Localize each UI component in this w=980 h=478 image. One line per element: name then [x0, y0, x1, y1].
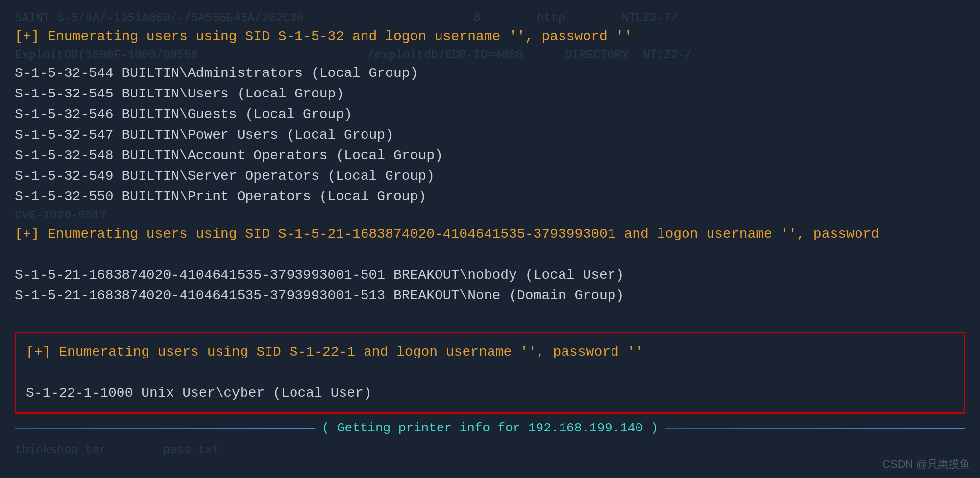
sep-text: ( Getting printer info for 192.168.199.1…: [315, 419, 666, 438]
empty-4: [15, 458, 965, 478]
enum-line-1: [+] Enumerating users using SID S-1-5-32…: [15, 26, 965, 47]
sid-547-line: S-1-5-32-547 BUILTIN\Power Users (Local …: [15, 125, 965, 145]
empty-3: [26, 362, 954, 383]
faded-line-1: SAINT S-5/9A/-1D51A060/-/5A555E45A/262C2…: [15, 10, 965, 26]
enum-line-2: [+] Enumerating users using SID S-1-5-21…: [15, 224, 965, 244]
sid-550-line: S-1-5-32-550 BUILTIN\Print Operators (Lo…: [15, 187, 965, 207]
empty-2: [15, 306, 965, 327]
terminal-window: SAINT S-5/9A/-1D51A060/-/5A555E45A/262C2…: [0, 0, 980, 478]
faded-cve-line: CVE-1020-0517: [15, 207, 965, 224]
sid-546-line: S-1-5-32-546 BUILTIN\Guests (Local Group…: [15, 104, 965, 125]
enum-line-3: [+] Enumerating users using SID S-1-22-1…: [26, 342, 954, 362]
separator: ( Getting printer info for 192.168.199.1…: [15, 419, 965, 438]
sid-548-line: S-1-5-32-548 BUILTIN\Account Operators (…: [15, 145, 965, 166]
breakout-nobody-line: S-1-5-21-1683874020-4104641535-379399300…: [15, 265, 965, 286]
sid-549-line: S-1-5-32-549 BUILTIN\Server Operators (L…: [15, 166, 965, 187]
sid-545-line: S-1-5-32-545 BUILTIN\Users (Local Group): [15, 84, 965, 104]
unix-user-line: S-1-22-1-1000 Unix User\cyber (Local Use…: [26, 383, 954, 404]
files-line: thinkshop.tar pass.txt: [15, 442, 965, 458]
sep-bar-left: [15, 428, 315, 429]
highlighted-section: [+] Enumerating users using SID S-1-22-1…: [15, 332, 965, 414]
faded-line-2: ExploitDB(1000F-1000/00558 /exploitdb/ED…: [15, 47, 965, 64]
watermark: CSDN @只惠摸鱼: [882, 456, 970, 472]
empty-1: [15, 244, 965, 265]
breakout-none-line: S-1-5-21-1683874020-4104641535-379399300…: [15, 286, 965, 306]
sid-544-line: S-1-5-32-544 BUILTIN\Administrators (Loc…: [15, 63, 965, 84]
sep-bar-right: [665, 428, 965, 429]
